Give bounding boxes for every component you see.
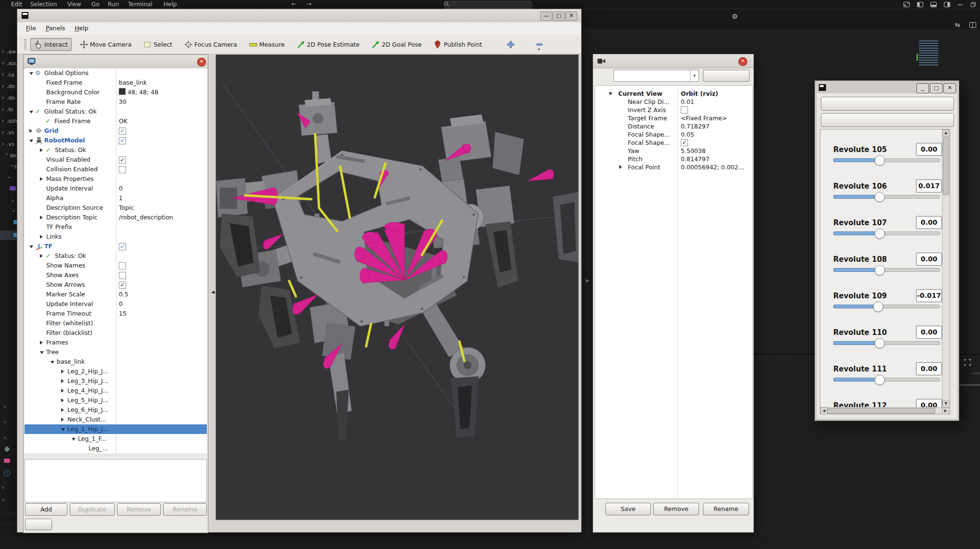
expand-icon[interactable] [61,389,64,393]
slider-track-empty[interactable] [879,378,940,382]
slider-track-filled[interactable] [833,158,880,162]
save-view-button[interactable]: Save [605,503,651,515]
displays-row-robotmodel[interactable]: RobotModel✓ [25,136,207,145]
slider-track-empty[interactable] [878,305,940,308]
property-value[interactable]: 0.814797 [681,155,710,163]
checkbox[interactable]: ✓ [119,281,126,289]
views-row-current-view[interactable]: Current ViewOrbit (rviz) [595,89,752,98]
views-row-distance[interactable]: Distance0.718297 [595,122,752,130]
views-row-near-clip-di-[interactable]: Near Clip Di...0.01 [595,98,752,106]
views-row-focal-shape-[interactable]: Focal Shape...0.05 [595,130,752,139]
property-value[interactable]: Orbit (rviz) [681,89,718,98]
toggle-sidebar-icon[interactable] [917,2,923,7]
splitter-collapse-icon[interactable]: ▶ [586,278,589,283]
rename-view-button[interactable]: Rename [703,503,749,515]
displays-row-status-ok[interactable]: ✓Status: Ok [25,251,207,261]
slider-thumb[interactable] [873,302,883,312]
rviz-menu-panels[interactable]: Panels [41,22,70,32]
expand-icon[interactable] [40,177,43,181]
slider-track-empty[interactable] [879,158,940,162]
customize-layout-icon[interactable] [904,2,910,7]
collapse-icon[interactable] [29,111,33,114]
close-button[interactable]: ✕ [943,83,956,93]
toolbar-focus-camera-button[interactable]: Focus Camera [180,38,241,51]
scroll-right-icon[interactable]: ▶ [942,408,949,414]
displays-row-background-color[interactable]: Background Color48; 48; 48 [25,88,207,97]
property-value[interactable]: /robot_description [119,213,173,222]
slider-thumb[interactable] [875,192,885,202]
scrollbar-thumb[interactable] [827,408,935,414]
displays-row-fixed-frame[interactable]: ✓Fixed FrameOK [25,116,207,126]
displays-row-tf[interactable]: TF✓ [25,242,207,251]
maximize-button[interactable]: □ [930,83,942,93]
displays-row-alpha[interactable]: Alpha1 [25,193,207,203]
joint-value-input[interactable]: 0.00 [916,326,942,339]
compare-changes-icon[interactable]: ⇆ [955,21,960,28]
expand-icon[interactable] [61,408,64,412]
joint-value-input[interactable]: 0.00 [916,143,942,156]
rename-button[interactable]: Rename [163,503,207,516]
menu-edit[interactable]: Edit [8,0,25,9]
minimize-button[interactable]: ― [540,12,552,21]
displays-row-leg-6-hip-j-[interactable]: Leg_6_Hip_J... [25,405,207,415]
views-panel-header[interactable]: ✕ [593,54,753,68]
toolbar-interact-button[interactable]: Interact [30,38,72,51]
command-center[interactable] [444,1,532,9]
property-value[interactable]: 0 [119,184,123,193]
displays-row-tf-prefix[interactable]: TF Prefix [25,222,207,232]
expand-icon[interactable] [40,341,43,345]
property-value[interactable]: 0.00056942; 0.002... [681,163,744,171]
menu-go[interactable]: Go [88,0,103,9]
displays-row-global-options[interactable]: ⚙Global Options [25,68,207,78]
displays-row-description-source[interactable]: Description SourceTopic [25,203,207,213]
menu-terminal[interactable]: Terminal [125,0,156,9]
views-row-invert-z-axis[interactable]: Invert Z Axis [595,106,752,114]
expand-icon[interactable] [29,129,32,133]
collapse-icon[interactable] [72,438,76,441]
displays-panel-header[interactable]: ✕ [24,55,208,69]
checkbox[interactable]: ✓ [119,137,126,144]
expand-icon[interactable] [40,148,43,152]
displays-row-leg-5-hip-j-[interactable]: Leg_5_Hip_J... [25,396,207,405]
toggle-secondary-sidebar-icon[interactable] [944,2,950,7]
menu-view[interactable]: View [64,0,84,9]
slider-track-empty[interactable] [879,268,940,272]
displays-row-grid[interactable]: Grid✓ [25,126,207,136]
displays-row-tree[interactable]: Tree [25,347,207,357]
slider-thumb[interactable] [875,375,885,385]
slider-track-filled[interactable] [833,305,878,308]
checkbox[interactable] [119,262,126,269]
chevron-down-icon[interactable]: ▾ [538,47,540,51]
minimize-button[interactable]: _ [916,83,929,93]
property-value[interactable]: 0.718297 [681,122,710,130]
property-value[interactable]: 0.5 [119,290,128,299]
views-row-yaw[interactable]: Yaw5.50038 [595,147,752,155]
property-value[interactable]: 1 [119,193,123,203]
collapse-icon[interactable] [40,351,44,354]
vertical-scrollbar[interactable]: ▲ ▼ [942,129,949,407]
gear-icon[interactable]: ⚙ [732,13,738,20]
slider-track-empty[interactable] [879,195,940,199]
property-value[interactable]: 48; 48; 48 [119,88,158,97]
maximize-button[interactable]: □ [553,12,565,21]
displays-row-update-interval[interactable]: Update Interval0 [25,184,207,193]
displays-row-frame-rate[interactable]: Frame Rate30 [25,97,207,107]
slider-thumb[interactable] [875,265,885,275]
toolbar-publish-point-button[interactable]: Publish Point [430,38,486,51]
displays-row-mass-properties[interactable]: Mass Properties [25,174,207,184]
displays-row-fixed-frame[interactable]: Fixed Framebase_link [25,78,207,88]
displays-row-description-topic[interactable]: Description Topic/robot_description [25,213,207,222]
jsp-titlebar[interactable]: _ □ ✕ [817,83,957,93]
checkbox[interactable] [681,106,688,114]
scroll-down-icon[interactable]: ▼ [942,400,949,408]
joint-value-input[interactable]: 0.00 [916,253,942,266]
displays-row-global-status-ok[interactable]: ✓Global Status: Ok [25,107,207,116]
slider-track-filled[interactable] [833,341,880,345]
displays-row-leg-3-hip-j-[interactable]: Leg_3_Hip_J... [25,376,207,386]
restore-window-icon[interactable] [970,2,976,7]
displays-row-leg-2-hip-j-[interactable]: Leg_2_Hip_J... [25,367,207,376]
joint-value-input[interactable]: 0.017 [916,179,942,192]
property-value[interactable]: 5.50038 [681,147,706,155]
close-icon[interactable]: ✕ [738,57,747,66]
close-button[interactable]: ✕ [565,12,577,21]
